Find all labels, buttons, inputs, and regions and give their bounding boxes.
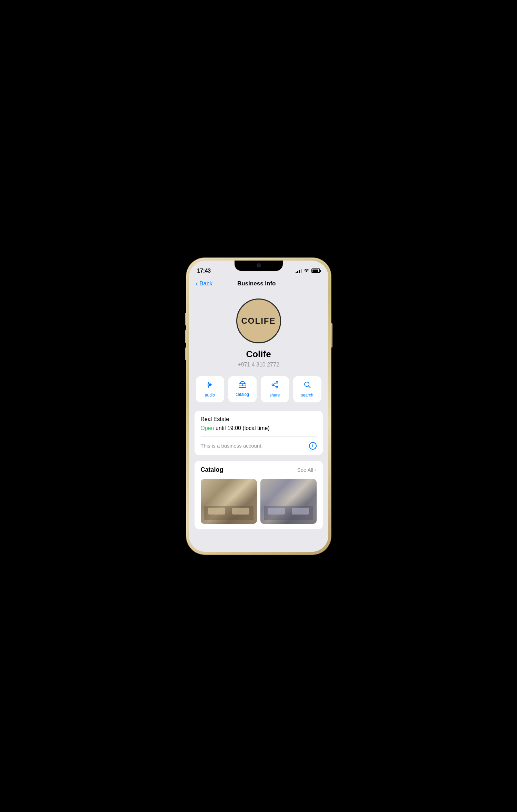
see-all-chevron-icon: › [315, 467, 316, 473]
share-button[interactable]: share [261, 376, 289, 402]
catalog-header: Catalog See All › [201, 466, 317, 473]
catalog-label: catalog [236, 392, 249, 397]
share-label: share [269, 393, 280, 398]
logo-section: COLIFE Colife +971 4 310 2772 [189, 292, 328, 376]
audio-button[interactable]: audio [196, 376, 224, 402]
business-logo: COLIFE [236, 299, 281, 343]
business-name: Colife [246, 349, 271, 360]
info-button[interactable]: i [309, 442, 317, 450]
catalog-title: Catalog [201, 466, 223, 473]
svg-line-7 [274, 385, 276, 387]
signal-icon [296, 268, 302, 273]
open-status: Open [201, 425, 214, 431]
audio-label: audio [205, 393, 215, 398]
battery-icon [311, 268, 320, 273]
page-title: Business Info [212, 280, 301, 287]
catalog-images-row [201, 479, 317, 524]
svg-line-6 [274, 383, 276, 384]
search-icon [304, 381, 311, 391]
business-category: Real Estate [201, 416, 317, 422]
see-all-button[interactable]: See All › [297, 467, 316, 473]
status-time: 17:43 [197, 268, 211, 274]
back-chevron-icon: ‹ [196, 280, 198, 287]
svg-line-9 [308, 386, 310, 388]
back-button[interactable]: ‹ Back [196, 280, 212, 287]
status-icons [296, 268, 320, 274]
svg-rect-0 [209, 383, 211, 386]
phone-screen: 17:43 [189, 261, 328, 552]
svg-rect-2 [242, 384, 243, 386]
camera [257, 263, 261, 267]
audio-icon [206, 381, 214, 391]
action-buttons-row: audio catalog [189, 376, 328, 411]
phone-frame: 17:43 [186, 258, 331, 555]
business-account-row: This is a business account. i [201, 441, 317, 450]
search-label: search [301, 393, 313, 398]
back-label: Back [199, 280, 212, 287]
notch [235, 261, 283, 271]
catalog-section: Catalog See All › [195, 461, 323, 529]
hours-text: until 19:00 (local time) [216, 425, 270, 431]
business-phone: +971 4 310 2772 [238, 362, 279, 368]
business-hours: Open until 19:00 (local time) [201, 425, 317, 437]
navigation-bar: ‹ Back Business Info [189, 277, 328, 292]
catalog-icon [239, 381, 246, 390]
search-button[interactable]: search [293, 376, 321, 402]
catalog-image-1[interactable] [201, 479, 257, 524]
content-area: COLIFE Colife +971 4 310 2772 audio [189, 292, 328, 552]
account-text: This is a business account. [201, 443, 263, 449]
catalog-button[interactable]: catalog [228, 376, 257, 402]
share-icon [271, 381, 279, 391]
wifi-icon [304, 268, 309, 274]
logo-text: COLIFE [241, 316, 276, 326]
see-all-label: See All [297, 467, 313, 473]
catalog-image-2[interactable] [260, 479, 317, 524]
info-card: Real Estate Open until 19:00 (local time… [195, 411, 323, 455]
